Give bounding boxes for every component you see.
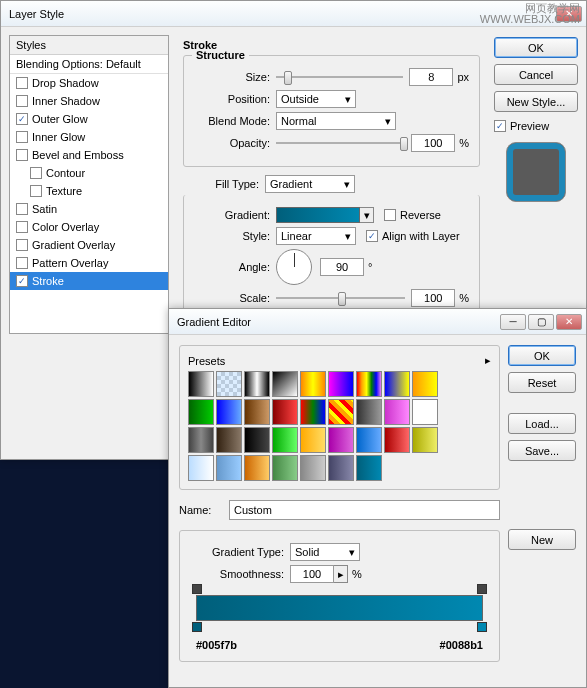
- gradient-bar[interactable]: [196, 595, 483, 621]
- style-item-texture[interactable]: Texture: [10, 182, 168, 200]
- preset-swatch[interactable]: [384, 427, 410, 453]
- preset-swatch[interactable]: [300, 455, 326, 481]
- blending-options[interactable]: Blending Options: Default: [10, 55, 168, 74]
- checkbox-icon[interactable]: ✓: [16, 275, 28, 287]
- preset-swatch[interactable]: [328, 455, 354, 481]
- color-stop-left[interactable]: [192, 622, 202, 632]
- preset-swatch[interactable]: [272, 371, 298, 397]
- new-style-button[interactable]: New Style...: [494, 91, 578, 112]
- preset-swatch[interactable]: [412, 399, 438, 425]
- preset-swatch[interactable]: [216, 455, 242, 481]
- ge-load-button[interactable]: Load...: [508, 413, 576, 434]
- opacity-input[interactable]: [411, 134, 455, 152]
- cancel-button[interactable]: Cancel: [494, 64, 578, 85]
- preset-swatch[interactable]: [272, 399, 298, 425]
- style-item-inner-glow[interactable]: Inner Glow: [10, 128, 168, 146]
- size-slider[interactable]: [276, 68, 403, 86]
- ok-button[interactable]: OK: [494, 37, 578, 58]
- preset-swatch[interactable]: [188, 455, 214, 481]
- preset-swatch[interactable]: [188, 399, 214, 425]
- style-item-color-overlay[interactable]: Color Overlay: [10, 218, 168, 236]
- style-item-satin[interactable]: Satin: [10, 200, 168, 218]
- preset-swatch[interactable]: [244, 455, 270, 481]
- preset-swatch[interactable]: [356, 371, 382, 397]
- preset-swatch[interactable]: [300, 427, 326, 453]
- checkbox-icon[interactable]: [16, 203, 28, 215]
- styles-header[interactable]: Styles: [10, 36, 168, 55]
- style-item-pattern-overlay[interactable]: Pattern Overlay: [10, 254, 168, 272]
- checkbox-icon[interactable]: [16, 149, 28, 161]
- presets-menu-icon[interactable]: ▸: [485, 354, 491, 367]
- position-dropdown[interactable]: Outside▾: [276, 90, 356, 108]
- opacity-label: Opacity:: [194, 137, 276, 149]
- reverse-checkbox[interactable]: [384, 209, 396, 221]
- name-input[interactable]: [229, 500, 500, 520]
- filltype-dropdown[interactable]: Gradient▾: [265, 175, 355, 193]
- preset-swatch[interactable]: [356, 427, 382, 453]
- preset-swatch[interactable]: [356, 455, 382, 481]
- angle-input[interactable]: [320, 258, 364, 276]
- preset-swatch[interactable]: [244, 371, 270, 397]
- preset-swatch[interactable]: [384, 399, 410, 425]
- maximize-icon[interactable]: ▢: [528, 314, 554, 330]
- preset-swatch[interactable]: [384, 371, 410, 397]
- preset-swatch[interactable]: [188, 371, 214, 397]
- preset-swatch[interactable]: [272, 455, 298, 481]
- preset-swatch[interactable]: [216, 399, 242, 425]
- preset-swatch[interactable]: [412, 427, 438, 453]
- align-checkbox[interactable]: ✓: [366, 230, 378, 242]
- preset-swatch[interactable]: [328, 427, 354, 453]
- preset-swatch[interactable]: [216, 371, 242, 397]
- preset-swatch[interactable]: [328, 371, 354, 397]
- preset-swatch[interactable]: [328, 399, 354, 425]
- checkbox-icon[interactable]: ✓: [16, 113, 28, 125]
- preset-swatch[interactable]: [356, 399, 382, 425]
- preset-swatch[interactable]: [244, 399, 270, 425]
- preview-checkbox[interactable]: ✓: [494, 120, 506, 132]
- angle-dial[interactable]: [276, 249, 312, 285]
- preset-swatch[interactable]: [216, 427, 242, 453]
- preset-swatch[interactable]: [300, 399, 326, 425]
- scale-slider[interactable]: [276, 289, 405, 307]
- color-stop-right[interactable]: [477, 622, 487, 632]
- scale-input[interactable]: [411, 289, 455, 307]
- preset-swatch[interactable]: [244, 427, 270, 453]
- preset-swatch[interactable]: [272, 427, 298, 453]
- gradient-swatch[interactable]: [276, 207, 360, 223]
- checkbox-icon[interactable]: [16, 257, 28, 269]
- style-item-inner-shadow[interactable]: Inner Shadow: [10, 92, 168, 110]
- minimize-icon[interactable]: ─: [500, 314, 526, 330]
- blendmode-dropdown[interactable]: Normal▾: [276, 112, 396, 130]
- gradient-editor-titlebar[interactable]: Gradient Editor ─ ▢ ✕: [169, 309, 586, 335]
- smoothness-stepper[interactable]: ▸: [334, 565, 348, 583]
- style-item-stroke[interactable]: ✓Stroke: [10, 272, 168, 290]
- opacity-stop-left[interactable]: [192, 584, 202, 594]
- close-icon[interactable]: ✕: [556, 314, 582, 330]
- opacity-stop-right[interactable]: [477, 584, 487, 594]
- ge-reset-button[interactable]: Reset: [508, 372, 576, 393]
- preset-swatch[interactable]: [412, 371, 438, 397]
- checkbox-icon[interactable]: [30, 167, 42, 179]
- style-item-gradient-overlay[interactable]: Gradient Overlay: [10, 236, 168, 254]
- checkbox-icon[interactable]: [16, 77, 28, 89]
- smoothness-input[interactable]: [290, 565, 334, 583]
- checkbox-icon[interactable]: [30, 185, 42, 197]
- gradient-picker-button[interactable]: ▾: [360, 207, 374, 223]
- gradient-type-dropdown[interactable]: Solid▾: [290, 543, 360, 561]
- ge-new-button[interactable]: New: [508, 529, 576, 550]
- style-dropdown[interactable]: Linear▾: [276, 227, 356, 245]
- checkbox-icon[interactable]: [16, 131, 28, 143]
- style-item-drop-shadow[interactable]: Drop Shadow: [10, 74, 168, 92]
- style-item-contour[interactable]: Contour: [10, 164, 168, 182]
- style-item-outer-glow[interactable]: ✓Outer Glow: [10, 110, 168, 128]
- style-item-bevel-and-emboss[interactable]: Bevel and Emboss: [10, 146, 168, 164]
- preset-swatch[interactable]: [188, 427, 214, 453]
- checkbox-icon[interactable]: [16, 95, 28, 107]
- ge-save-button[interactable]: Save...: [508, 440, 576, 461]
- preset-swatch[interactable]: [300, 371, 326, 397]
- opacity-slider[interactable]: [276, 134, 405, 152]
- checkbox-icon[interactable]: [16, 221, 28, 233]
- checkbox-icon[interactable]: [16, 239, 28, 251]
- size-input[interactable]: [409, 68, 453, 86]
- ge-ok-button[interactable]: OK: [508, 345, 576, 366]
